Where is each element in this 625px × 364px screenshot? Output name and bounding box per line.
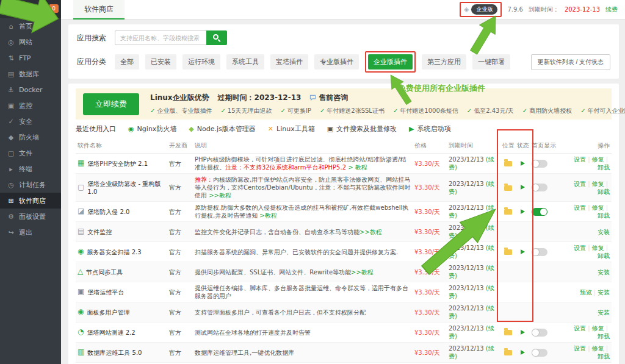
app-name[interactable]: 堡塔PHP安全防护 2.1 — [87, 160, 148, 168]
folder-icon[interactable] — [504, 330, 512, 335]
op-修复[interactable]: 修复 — [592, 180, 604, 187]
op-修复[interactable]: 修复 — [592, 156, 604, 163]
app-name[interactable]: 堡塔企业级防篡改 - 重构版 1.0 — [87, 180, 165, 196]
op-卸载[interactable]: 卸载 — [598, 164, 610, 171]
recent-entry[interactable]: ◉Nginx防火墙 — [128, 124, 176, 134]
op-修复[interactable]: 修复 — [592, 204, 604, 211]
folder-icon[interactable] — [504, 350, 512, 355]
running-status-icon[interactable] — [521, 330, 525, 335]
op-卸载[interactable]: 卸载 — [598, 353, 610, 360]
op-安装[interactable]: 安装 — [598, 229, 610, 235]
op-设置[interactable]: 设置 — [574, 325, 586, 332]
recent-entry[interactable]: ▶系统启动项 — [409, 124, 450, 134]
update-software-list-button[interactable]: 更新软件列表 / 支付状态 — [531, 54, 610, 70]
homepage-toggle[interactable] — [532, 248, 547, 256]
sidebar-item-label: 数据库 — [19, 70, 39, 79]
app-name[interactable]: 堡塔网站测速 2.2 — [87, 329, 135, 337]
op-修复[interactable]: 修复 — [592, 244, 604, 251]
plan-badge[interactable]: 企业版 — [471, 4, 497, 15]
homepage-toggle[interactable] — [532, 208, 547, 216]
firewall-icon: ◆ — [7, 134, 15, 141]
sidebar-item-firewall[interactable]: ◆防火墙 — [0, 129, 61, 145]
running-status-icon[interactable] — [521, 249, 525, 254]
search-button[interactable] — [206, 30, 227, 45]
text-segment[interactable]: >>教程 — [351, 269, 374, 276]
op-卸载[interactable]: 卸载 — [598, 252, 610, 259]
app-name[interactable]: 面板多用户管理 — [87, 309, 129, 316]
app-name[interactable]: 数据库运维工具 5.0 — [87, 349, 142, 357]
folder-icon[interactable] — [504, 185, 512, 191]
home-icon: ⌂ — [7, 23, 15, 30]
sidebar-item-database[interactable]: ▤数据库 — [0, 66, 61, 82]
op-设置[interactable]: 设置 — [574, 345, 586, 352]
presale-consult-link[interactable]: 售前咨询 — [309, 93, 348, 103]
app-name[interactable]: 节点同步工具 — [86, 268, 123, 276]
sidebar-item-docker[interactable]: ⚓Docker — [0, 82, 61, 98]
op-设置[interactable]: 设置 — [574, 180, 586, 187]
folder-icon[interactable] — [504, 209, 512, 215]
app-name[interactable]: 文件监控 — [87, 228, 112, 236]
category-button[interactable]: 全部 — [115, 54, 139, 70]
app-name[interactable]: 堡塔防入侵 2.0 — [87, 208, 129, 216]
text-segment[interactable]: >>教程 — [209, 192, 231, 199]
op-安装[interactable]: 安装 — [598, 269, 610, 276]
running-status-icon[interactable] — [521, 350, 525, 355]
search-input[interactable] — [115, 30, 206, 45]
sidebar-item-monitor[interactable]: ▣监控 — [0, 98, 61, 113]
sidebar-item-logout[interactable]: ↪退出 — [0, 224, 61, 240]
folder-icon[interactable] — [504, 249, 512, 255]
app-name[interactable]: 堡塔运维平台 — [87, 288, 124, 296]
running-status-icon[interactable] — [521, 185, 525, 190]
sidebar-item-security[interactable]: ✓安全 — [0, 113, 61, 129]
category-button[interactable]: 运行环境 — [182, 54, 220, 70]
price: ¥3.30/天 — [414, 249, 440, 255]
enterprise-banner: 立即续费 Linux企业版优势 过期时间：2023-12-13 售前咨询 ✓企业… — [76, 88, 612, 120]
category-button[interactable]: 专业版插件 — [314, 54, 359, 70]
op-卸载[interactable]: 卸载 — [598, 333, 610, 340]
sidebar-item-terminal[interactable]: ▸终端 — [0, 161, 61, 177]
op-修复[interactable]: 修复 — [592, 325, 604, 332]
text-segment[interactable]: >>教程 — [359, 229, 382, 235]
category-button[interactable]: 一键部署 — [472, 54, 510, 70]
op-设置[interactable]: 设置 — [574, 244, 586, 251]
category-button[interactable]: 宝塔插件 — [270, 54, 308, 70]
tab-appstore[interactable]: 软件商店 — [73, 0, 125, 20]
category-button[interactable]: 已安装 — [145, 54, 176, 70]
homepage-toggle[interactable] — [532, 160, 547, 168]
recent-entry[interactable]: ✕Linux工具箱 — [268, 124, 315, 134]
renew-link[interactable]: 续费 — [605, 5, 618, 14]
operations: 安装 — [560, 222, 612, 242]
op-卸载[interactable]: 卸载 — [598, 188, 610, 195]
sidebar-item-appstore[interactable]: ⊞软件商店 — [0, 193, 61, 209]
text-segment[interactable]: > 教程 — [346, 164, 367, 171]
running-status-icon[interactable] — [521, 161, 525, 166]
sidebar-item-ftp[interactable]: ⇅FTP — [0, 50, 61, 66]
op-卸载[interactable]: 卸载 — [598, 212, 610, 219]
running-status-icon[interactable] — [521, 209, 525, 214]
category-button[interactable]: 第三方应用 — [422, 54, 466, 70]
category-button[interactable]: 系统工具 — [226, 54, 264, 70]
recent-entry[interactable]: ◆Node.js版本管理器 — [189, 124, 255, 134]
op-修复[interactable]: 修复 — [592, 345, 604, 352]
recent-entry[interactable]: ▣文件搜索及批量修改 — [327, 124, 397, 134]
sidebar-item-cron[interactable]: ◷计划任务 — [0, 177, 61, 193]
sidebar-item-site[interactable]: ◎网站 — [0, 34, 61, 50]
op-安装[interactable]: 安装 — [598, 289, 610, 296]
homepage-toggle[interactable] — [532, 329, 547, 337]
op-安装[interactable]: 安装 — [598, 309, 610, 316]
op-设置[interactable]: 设置 — [574, 156, 586, 163]
sidebar-item-home[interactable]: ⌂首页 — [0, 18, 61, 34]
message-count-badge[interactable]: 0 — [49, 4, 59, 13]
sidebar-item-panel-settings[interactable]: ⚙面板设置 — [0, 209, 61, 224]
category-enterprise-plugins[interactable]: 企业版插件 — [368, 54, 413, 70]
homepage-toggle[interactable] — [532, 184, 547, 191]
folder-icon[interactable] — [504, 161, 512, 166]
app-name[interactable]: 服务器安全扫描 2.3 — [87, 248, 141, 256]
text-segment[interactable]: >教程 — [259, 212, 276, 219]
homepage-toggle[interactable] — [532, 349, 547, 357]
security-icon: ✓ — [7, 118, 15, 126]
op-设置[interactable]: 设置 — [574, 204, 586, 211]
op-预览[interactable]: 预览 — [580, 289, 592, 296]
sidebar-item-files[interactable]: ▢文件 — [0, 145, 61, 161]
renew-now-button[interactable]: 立即续费 — [83, 93, 139, 115]
